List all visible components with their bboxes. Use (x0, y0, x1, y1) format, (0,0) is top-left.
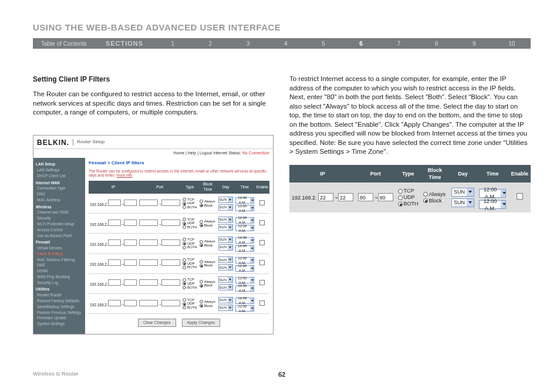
day-end-select[interactable]: SUN (451, 198, 474, 207)
section-10[interactable]: 10 (493, 40, 531, 47)
type-both-radio[interactable]: BOTH (183, 286, 197, 290)
day-end-select[interactable]: SUN (218, 204, 233, 211)
ip-from-input[interactable] (108, 200, 121, 206)
time-start-select[interactable]: 12:00 A.M. (235, 197, 254, 204)
type-tcp-radio[interactable]: TCP (183, 298, 197, 302)
day-end-select[interactable]: SUN (218, 264, 233, 271)
sidebar-item[interactable]: Firmware Update (37, 316, 83, 321)
ip-to-input[interactable] (124, 219, 137, 226)
time-start-select[interactable]: 12:00 A.M. (235, 237, 254, 244)
sidebar-item[interactable]: Access Control (37, 228, 83, 233)
sidebar-item[interactable]: Restore Previous Settings (37, 310, 83, 316)
time-start-select[interactable]: 12:00 A.M. (235, 277, 254, 283)
type-both-radio[interactable]: BOTH (183, 306, 197, 310)
section-9[interactable]: 9 (456, 40, 493, 47)
type-tcp-radio[interactable]: TCP (183, 238, 197, 242)
day-start-select[interactable]: SUN (218, 217, 233, 223)
section-6[interactable]: 6 (342, 40, 380, 47)
type-udp-radio[interactable]: UDP (183, 282, 197, 286)
enable-checkbox[interactable] (259, 300, 265, 306)
block-block-radio[interactable]: Block (423, 198, 447, 204)
apply-changes-button[interactable]: Apply Changes (182, 319, 220, 326)
type-both-radio[interactable]: BOTH (183, 205, 197, 209)
section-5[interactable]: 5 (305, 40, 342, 47)
type-udp-radio[interactable]: UDP (183, 221, 197, 225)
sidebar-item[interactable]: Restart Router (37, 293, 83, 298)
ip-to-input[interactable] (124, 300, 137, 306)
port-from-input[interactable]: 80 (358, 193, 373, 201)
day-end-select[interactable]: SUN (218, 284, 233, 290)
ip-from-input[interactable] (108, 219, 121, 226)
type-tcp-radio[interactable]: TCP (183, 278, 197, 282)
day-start-select[interactable]: SUN (218, 256, 233, 263)
type-both-radio[interactable]: BOTH (183, 245, 197, 249)
sidebar-item[interactable]: LAN Settings (37, 168, 83, 173)
section-2[interactable]: 2 (191, 40, 229, 47)
type-udp-radio[interactable]: UDP (183, 262, 197, 266)
type-tcp-radio[interactable]: TCP (398, 188, 419, 194)
block-always-radio[interactable]: Always (200, 260, 217, 264)
port-from-input[interactable] (139, 200, 158, 206)
sidebar-item[interactable]: DNS (37, 192, 83, 197)
type-udp-radio[interactable]: UDP (183, 201, 197, 205)
time-start-select[interactable]: 12:00 A.M. (235, 298, 254, 304)
block-always-radio[interactable]: Always (200, 200, 217, 204)
type-tcp-radio[interactable]: TCP (183, 218, 197, 222)
time-end-select[interactable]: 12:00 A.M. (235, 265, 254, 272)
port-from-input[interactable] (139, 239, 158, 246)
enable-checkbox[interactable] (259, 200, 265, 205)
type-tcp-radio[interactable]: TCP (183, 258, 197, 262)
ip-to-input[interactable] (124, 279, 137, 286)
sidebar-item[interactable]: Use as Access Point (37, 234, 83, 239)
sidebar-item[interactable]: Security (37, 216, 83, 221)
port-to-input[interactable] (161, 239, 180, 246)
day-start-select[interactable]: SUN (218, 197, 233, 203)
type-both-radio[interactable]: BOTH (183, 265, 197, 269)
ip-to-input[interactable] (124, 239, 137, 246)
clear-changes-button[interactable]: Clear Changes (138, 319, 176, 326)
enable-checkbox[interactable] (259, 260, 265, 265)
block-block-radio[interactable]: Block (200, 204, 217, 208)
sidebar-item[interactable]: Security Log (37, 281, 83, 286)
more-info-link[interactable]: more info (116, 173, 132, 177)
block-always-radio[interactable]: Always (200, 280, 217, 284)
sidebar-item[interactable]: DDNS (37, 269, 83, 274)
ip-from-input[interactable]: 22 (318, 193, 333, 201)
time-end-select[interactable]: 12:00 A.M. (235, 205, 254, 211)
ip-from-input[interactable] (108, 239, 121, 246)
type-udp-radio[interactable]: UDP (183, 302, 197, 306)
sidebar-item[interactable]: Virtual Servers (37, 246, 83, 251)
block-block-radio[interactable]: Block (200, 244, 217, 248)
time-start-select[interactable]: 12:00 A.M. (235, 217, 254, 224)
ip-to-input[interactable] (124, 259, 137, 266)
time-end-select[interactable]: 12:00 A.M. (235, 245, 254, 252)
type-both-radio[interactable]: BOTH (398, 201, 419, 207)
enable-checkbox[interactable] (517, 193, 523, 200)
sidebar-item[interactable]: Restore Factory Defaults (37, 299, 83, 304)
ip-from-input[interactable] (108, 300, 121, 306)
port-from-input[interactable] (139, 279, 158, 286)
day-end-select[interactable]: SUN (218, 224, 233, 231)
port-from-input[interactable] (139, 259, 158, 266)
ip-from-input[interactable] (108, 279, 121, 286)
section-1[interactable]: 1 (154, 40, 191, 47)
time-start-select[interactable]: 12:00 A.M. (235, 257, 254, 263)
section-8[interactable]: 8 (417, 40, 455, 47)
time-end-select[interactable]: 12:00 A.M. (235, 225, 254, 231)
sidebar-item[interactable]: Wi-Fi Protected Setup (37, 222, 83, 227)
sidebar-item[interactable]: MAC Address (37, 198, 83, 203)
day-end-select[interactable]: SUN (218, 305, 233, 311)
day-end-select[interactable]: SUN (218, 244, 233, 251)
time-end-select[interactable]: 12:00 A.M. (235, 285, 254, 292)
sidebar-item[interactable]: DHCP Client List (37, 174, 83, 179)
port-to-input[interactable] (161, 200, 180, 206)
day-start-select[interactable]: SUN (218, 276, 233, 283)
block-block-radio[interactable]: Block (200, 263, 217, 268)
sidebar-item[interactable]: Channel and SSID (37, 210, 83, 215)
enable-checkbox[interactable] (259, 240, 265, 245)
port-from-input[interactable] (139, 300, 158, 306)
section-4[interactable]: 4 (267, 40, 305, 47)
ip-to-input[interactable] (124, 200, 137, 206)
type-both-radio[interactable]: BOTH (183, 225, 197, 229)
sidebar-item[interactable]: WAN Ping Blocking (37, 275, 83, 280)
